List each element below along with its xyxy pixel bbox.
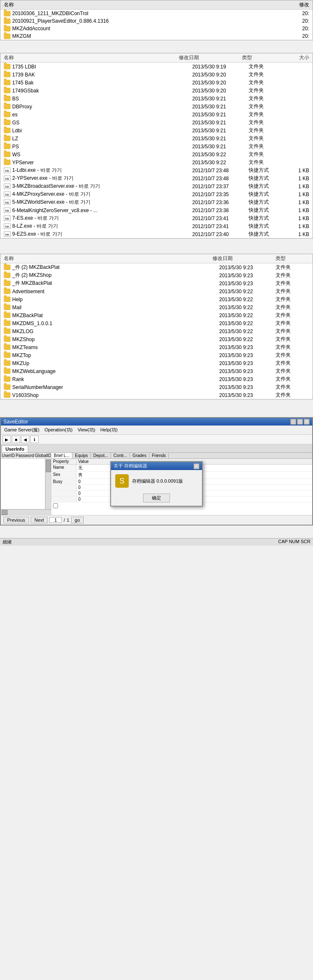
list-item[interactable]: _件 MKZBackPlat 2013/5/30 9:23 文件夹 bbox=[0, 279, 313, 287]
list-item[interactable]: Advertisement 2013/5/30 9:22 文件夹 bbox=[0, 287, 313, 295]
se-prop-name bbox=[51, 485, 77, 490]
file-modified: 2013/5/30 9:19 bbox=[192, 64, 247, 70]
file-type: 快捷方式 bbox=[249, 223, 282, 230]
se-previous-btn[interactable]: Previous bbox=[3, 517, 29, 523]
file-size: 1 KB bbox=[284, 200, 309, 205]
folder-icon bbox=[4, 72, 11, 77]
file-name: 8-LZ.exe - 바로 가기 bbox=[12, 223, 191, 230]
file-type: 文件夹 bbox=[249, 63, 282, 70]
se-toolbar-button[interactable]: ▶ bbox=[3, 436, 11, 443]
folder-icon bbox=[4, 376, 11, 382]
file-size: 1 KB bbox=[284, 231, 309, 237]
se-go-btn[interactable]: go bbox=[71, 517, 84, 523]
list-item[interactable]: MKZDMS_1.0.0.1 2013/5/30 9:22 文件夹 bbox=[0, 319, 313, 327]
list-item[interactable]: MKZWebLanguage 2013/5/30 9:23 文件夹 bbox=[0, 367, 313, 375]
folder-icon bbox=[4, 281, 11, 286]
list-item[interactable]: 1735 LDBI 2013/5/30 9:19 文件夹 bbox=[0, 63, 313, 71]
list-item[interactable]: lnk 4-MKZProxyServer.exe - 바로 가기 2012/10… bbox=[0, 190, 313, 198]
list-item[interactable]: 1739 BAK 2013/5/30 9:20 文件夹 bbox=[0, 71, 313, 79]
file-modified: 2013/5/30 9:20 bbox=[192, 72, 247, 78]
se-next-btn[interactable]: Next bbox=[31, 517, 48, 523]
file-modified: 2013/5/30 9:22 bbox=[219, 336, 274, 342]
se-minimize-btn[interactable]: ─ bbox=[290, 419, 296, 425]
panel1-col-modified: 修改 bbox=[292, 1, 309, 8]
list-item[interactable]: lnk 1-Ldbi.exe - 바로 가기 2012/10/7 23:48 快… bbox=[0, 166, 313, 174]
list-item[interactable]: es 2013/5/30 9:21 文件夹 bbox=[0, 110, 313, 118]
list-item[interactable]: lnk 7-ES.exe - 바로 가기 2012/10/7 23:41 快捷方… bbox=[0, 214, 313, 222]
file-modified-short: 20: bbox=[292, 26, 309, 32]
se-horizontal-scrollbar[interactable] bbox=[1, 509, 51, 515]
se-rtab-equips[interactable]: Equips bbox=[72, 453, 91, 458]
se-toolbar-button[interactable]: ◀ bbox=[21, 436, 29, 443]
list-item[interactable]: WS 2013/5/30 9:22 文件夹 bbox=[0, 150, 313, 158]
list-item[interactable]: lnk 8-LZ.exe - 바로 가기 2012/10/7 23:41 快捷方… bbox=[0, 222, 313, 230]
list-item[interactable]: Help 2013/5/30 9:22 文件夹 bbox=[0, 295, 313, 303]
se-rtab-grades[interactable]: Grades bbox=[130, 453, 149, 458]
list-item[interactable]: lnk 3-MKZBroadcastServer.exe - 바로 가기 201… bbox=[0, 182, 313, 190]
file-type: 快捷方式 bbox=[249, 231, 282, 238]
list-item[interactable]: _件 (2) MKZShop 2013/5/30 9:23 文件夹 bbox=[0, 271, 313, 279]
dialog-close-btn[interactable]: ✕ bbox=[194, 463, 199, 469]
file-modified-short: 20: bbox=[292, 33, 309, 39]
se-maximize-btn[interactable]: □ bbox=[297, 419, 303, 425]
se-toolbar-button[interactable]: ■ bbox=[12, 436, 20, 443]
panel3-col-modified: 修改日期 bbox=[212, 255, 267, 262]
list-item[interactable]: MKZUp 2013/5/30 9:23 文件夹 bbox=[0, 359, 313, 367]
se-page-input[interactable] bbox=[49, 517, 62, 523]
list-item[interactable]: LZ 2013/5/30 9:21 文件夹 bbox=[0, 134, 313, 142]
list-item[interactable]: 20100921_PlayerSaveEditor_0.886.4.1316 2… bbox=[0, 17, 313, 25]
list-item[interactable]: MKZGM 20: bbox=[0, 32, 313, 40]
list-item[interactable]: MKZTeams 2013/5/30 9:23 文件夹 bbox=[0, 343, 313, 351]
se-vertical-scrollbar[interactable] bbox=[45, 459, 51, 509]
list-item[interactable]: BS 2013/5/30 9:21 文件夹 bbox=[0, 95, 313, 102]
list-item[interactable]: DBProxy 2013/5/30 9:21 文件夹 bbox=[0, 102, 313, 110]
se-menu-item[interactable]: View(功) bbox=[76, 426, 97, 434]
panel3-header: 名称 修改日期 类型 bbox=[0, 254, 313, 263]
list-item[interactable]: MKZBackPlat 2013/5/30 9:22 文件夹 bbox=[0, 311, 313, 319]
se-menu-item[interactable]: Game Server(服) bbox=[3, 426, 41, 434]
file-type: 快捷方式 bbox=[249, 175, 282, 182]
list-item[interactable]: MKZShop 2013/5/30 9:22 文件夹 bbox=[0, 335, 313, 343]
list-item[interactable]: MKZTop 2013/5/30 9:23 文件夹 bbox=[0, 351, 313, 359]
file-size: 1 KB bbox=[284, 192, 309, 197]
list-item[interactable]: 1745 Bak 2013/5/30 9:20 文件夹 bbox=[0, 79, 313, 87]
se-rtab-briefl[interactable]: Brief L... bbox=[51, 453, 72, 458]
se-menu-item[interactable]: Operation(功) bbox=[43, 426, 74, 434]
folder-icon bbox=[4, 88, 11, 93]
list-item[interactable]: MKZAddAccount 20: bbox=[0, 25, 313, 32]
se-menu-item[interactable]: Help(功) bbox=[98, 426, 119, 434]
folder-icon bbox=[4, 80, 11, 85]
list-item[interactable]: _件 (2) MKZBackPlat 2013/5/30 9:23 文件夹 bbox=[0, 263, 313, 271]
list-item[interactable]: SerialNumberManager 2013/5/30 9:23 文件夹 bbox=[0, 383, 313, 391]
se-rtab-friends[interactable]: Friends bbox=[149, 453, 169, 458]
list-item[interactable]: YPServer 2013/5/30 9:22 文件夹 bbox=[0, 158, 313, 166]
list-item[interactable]: lnk 2-YPServer.exe - 바로 가기 2012/10/7 23:… bbox=[0, 174, 313, 182]
list-item[interactable]: GS 2013/5/30 9:21 文件夹 bbox=[0, 118, 313, 126]
file-type: 文件夹 bbox=[276, 391, 309, 399]
file-type: 文件夹 bbox=[249, 111, 282, 118]
list-item[interactable]: V1603Shop 2013/5/30 9:23 文件夹 bbox=[0, 391, 313, 399]
list-item[interactable]: lnk 9-EZS.exe - 바로 가기 2012/10/7 23:40 快捷… bbox=[0, 230, 313, 238]
file-modified: 2012/10/7 23:48 bbox=[192, 176, 247, 181]
list-item[interactable]: 20100306_1211_MKZDBIConTrol 20: bbox=[0, 10, 313, 17]
list-item[interactable]: Mail 2013/5/30 9:22 文件夹 bbox=[0, 303, 313, 311]
file-modified: 2013/5/30 9:23 bbox=[219, 368, 274, 374]
se-checkbox[interactable] bbox=[53, 503, 58, 508]
list-item[interactable]: 1749GSbak 2013/5/30 9:20 文件夹 bbox=[0, 87, 313, 95]
se-close-btn[interactable]: ✕ bbox=[304, 419, 310, 425]
list-item[interactable]: Ldbi 2013/5/30 9:21 文件夹 bbox=[0, 126, 313, 134]
list-item[interactable]: Rank 2013/5/30 9:23 文件夹 bbox=[0, 375, 313, 383]
se-toolbar-button[interactable]: ℹ bbox=[30, 436, 39, 443]
folder-icon bbox=[4, 392, 11, 398]
se-rtab-contr[interactable]: Contr... bbox=[111, 453, 130, 458]
file-name: 2-YPServer.exe - 바로 가기 bbox=[12, 175, 191, 182]
se-rtab-depot[interactable]: Depot... bbox=[91, 453, 111, 458]
list-item[interactable]: MKZLOG 2013/5/30 9:22 文件夹 bbox=[0, 327, 313, 335]
file-modified: 2012/10/7 23:36 bbox=[192, 200, 247, 205]
list-item[interactable]: lnk 5-MKZWorldServer.exe - 바로 가기 2012/10… bbox=[0, 198, 313, 206]
dialog-ok-button[interactable]: 确定 bbox=[143, 494, 170, 502]
list-item[interactable]: PS 2013/5/30 9:21 文件夹 bbox=[0, 142, 313, 150]
list-item[interactable]: lnk 6-MetalKnightZeroServer_vc8.exe - ..… bbox=[0, 206, 313, 214]
file-modified: 2013/5/30 9:23 bbox=[219, 384, 274, 390]
se-tab-userinfo[interactable]: UserInfo bbox=[2, 445, 28, 452]
